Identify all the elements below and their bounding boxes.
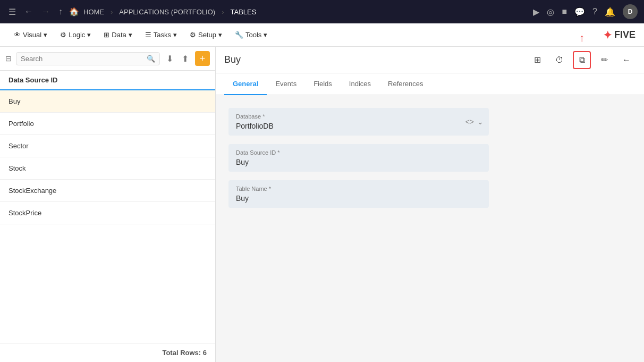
sidebar-header: Data Source ID: [0, 71, 215, 90]
add-button[interactable]: +: [195, 51, 210, 66]
content-title: Buy: [224, 54, 528, 65]
sidebar-list: Buy Portfolio Sector Stock StockExchange…: [0, 90, 215, 343]
content-panel: Buy ⊞ ⏱ ⧉ ↑ ✏ ←: [216, 47, 644, 362]
logic-dropdown-icon: ▾: [87, 31, 91, 39]
table-name-value: Buy: [236, 194, 249, 203]
bell-icon[interactable]: 🔔: [605, 7, 615, 17]
search-circle-icon[interactable]: ◎: [547, 7, 554, 17]
back-icon[interactable]: ←: [22, 5, 35, 19]
help-icon[interactable]: ?: [592, 7, 597, 16]
table-name-label: Table Name *: [236, 186, 481, 192]
visual-dropdown-icon: ▾: [44, 31, 47, 39]
tasks-icon: ☰: [145, 31, 151, 39]
database-field-actions: <> ⌄: [465, 117, 484, 126]
tasks-dropdown-icon: ▾: [173, 31, 177, 39]
tables-breadcrumb[interactable]: TABLES: [231, 8, 257, 16]
database-label: Database *: [236, 113, 481, 120]
history-icon: ⏱: [555, 55, 564, 65]
copy-button[interactable]: ⧉: [573, 51, 591, 69]
search-icon: 🔍: [147, 55, 155, 63]
play-icon[interactable]: ▶: [533, 7, 539, 17]
up-icon[interactable]: ↑: [56, 5, 65, 19]
database-field: Database * PortfolioDB <> ⌄: [228, 108, 489, 136]
nav-tools[interactable]: 🔧 Tools ▾: [230, 28, 273, 42]
tasks-label: Tasks: [154, 31, 171, 39]
sidebar-item-sector[interactable]: Sector: [0, 135, 215, 157]
code-icon[interactable]: <>: [465, 117, 474, 126]
sidebar-item-buy[interactable]: Buy: [0, 90, 215, 113]
home-breadcrumb[interactable]: HOME: [83, 8, 104, 16]
back-arrow-icon: ←: [622, 55, 631, 65]
setup-label: Setup: [198, 31, 216, 39]
back-button[interactable]: ←: [617, 51, 635, 69]
tools-icon: 🔧: [235, 31, 243, 39]
breadcrumb-separator-2: ›: [222, 8, 224, 16]
nav-tasks[interactable]: ☰ Tasks ▾: [140, 28, 182, 42]
five-logo-text: FIVE: [614, 29, 635, 40]
data-source-id-field: Data Source ID * Buy: [228, 144, 489, 172]
menu-icon[interactable]: ☰: [6, 5, 18, 19]
sidebar-item-stock[interactable]: Stock: [0, 157, 215, 180]
search-input[interactable]: [21, 55, 147, 63]
five-logo: ✦ FIVE: [603, 29, 635, 41]
tabs-bar: General Events Fields Indices References: [216, 73, 644, 95]
sidebar-item-portfolio[interactable]: Portfolio: [0, 113, 215, 135]
applications-breadcrumb[interactable]: APPLICATIONS (PORTFOLIO): [119, 8, 215, 16]
tools-dropdown-icon: ▾: [264, 31, 267, 39]
data-source-id-label: Data Source ID *: [236, 149, 481, 156]
main-area: ⊟ 🔍 ⬇ ⬆ + Data Source ID Buy Portfolio S…: [0, 47, 644, 362]
setup-dropdown-icon: ▾: [218, 31, 222, 39]
tab-general[interactable]: General: [224, 73, 267, 95]
data-label: Data: [112, 31, 126, 39]
data-source-id-value: Buy: [236, 158, 249, 166]
edit-button[interactable]: ✏: [595, 51, 613, 69]
logic-label: Logic: [69, 31, 85, 39]
form-content: Database * PortfolioDB <> ⌄ Data Source …: [216, 95, 644, 221]
table-name-field: Table Name * Buy: [228, 180, 489, 208]
content-header: Buy ⊞ ⏱ ⧉ ↑ ✏ ←: [216, 47, 644, 73]
nav-visual[interactable]: 👁 Visual ▾: [9, 28, 53, 42]
database-value: PortfolioDB: [236, 122, 274, 130]
history-button[interactable]: ⏱: [550, 51, 569, 69]
tab-fields[interactable]: Fields: [305, 73, 341, 95]
five-logo-icon: ✦: [603, 29, 612, 41]
sidebar-item-stockprice[interactable]: StockPrice: [0, 202, 215, 224]
expand-icon[interactable]: ⌄: [477, 117, 484, 126]
header-actions: ⊞ ⏱ ⧉ ↑ ✏ ←: [528, 51, 635, 69]
forward-icon[interactable]: →: [39, 5, 52, 19]
visual-label: Visual: [23, 31, 41, 39]
visual-icon: 👁: [14, 31, 21, 39]
breadcrumb-separator-1: ›: [111, 8, 113, 16]
tools-label: Tools: [245, 31, 261, 39]
download-icon[interactable]: ⬇: [164, 52, 175, 66]
setup-icon: ⚙: [190, 31, 196, 39]
sidebar: ⊟ 🔍 ⬇ ⬆ + Data Source ID Buy Portfolio S…: [0, 47, 216, 362]
sidebar-footer: Total Rows: 6: [0, 343, 215, 362]
avatar[interactable]: D: [623, 4, 638, 19]
nav-setup[interactable]: ⚙ Setup ▾: [184, 28, 227, 42]
table-icon: ⊞: [534, 55, 541, 65]
copy-icon: ⧉: [579, 55, 585, 65]
stop-icon[interactable]: ■: [562, 7, 567, 16]
home-icon: 🏠: [69, 7, 79, 16]
edit-icon: ✏: [601, 55, 608, 65]
data-dropdown-icon: ▾: [129, 31, 132, 39]
nav-logic[interactable]: ⚙ Logic ▾: [55, 28, 96, 42]
top-nav-bar: ☰ ← → ↑ 🏠 HOME › APPLICATIONS (PORTFOLIO…: [0, 0, 644, 23]
nav-data[interactable]: ⊞ Data ▾: [98, 28, 137, 42]
sidebar-item-stockexchange[interactable]: StockExchange: [0, 180, 215, 202]
tab-references[interactable]: References: [379, 73, 431, 95]
logic-icon: ⚙: [60, 31, 66, 39]
sidebar-toolbar: ⊟ 🔍 ⬇ ⬆ +: [0, 47, 215, 71]
tab-events[interactable]: Events: [267, 73, 305, 95]
top-nav-actions: ▶ ◎ ■ 💬 ? 🔔 D: [533, 4, 638, 19]
upload-icon[interactable]: ⬆: [180, 52, 191, 66]
tab-indices[interactable]: Indices: [341, 73, 379, 95]
second-nav-bar: 👁 Visual ▾ ⚙ Logic ▾ ⊞ Data ▾ ☰ Tasks ▾ …: [0, 23, 644, 47]
chat-icon[interactable]: 💬: [574, 7, 585, 17]
search-box: 🔍: [16, 52, 160, 65]
filter-icon[interactable]: ⊟: [5, 54, 12, 63]
table-view-button[interactable]: ⊞: [528, 51, 546, 69]
data-icon: ⊞: [104, 31, 109, 39]
